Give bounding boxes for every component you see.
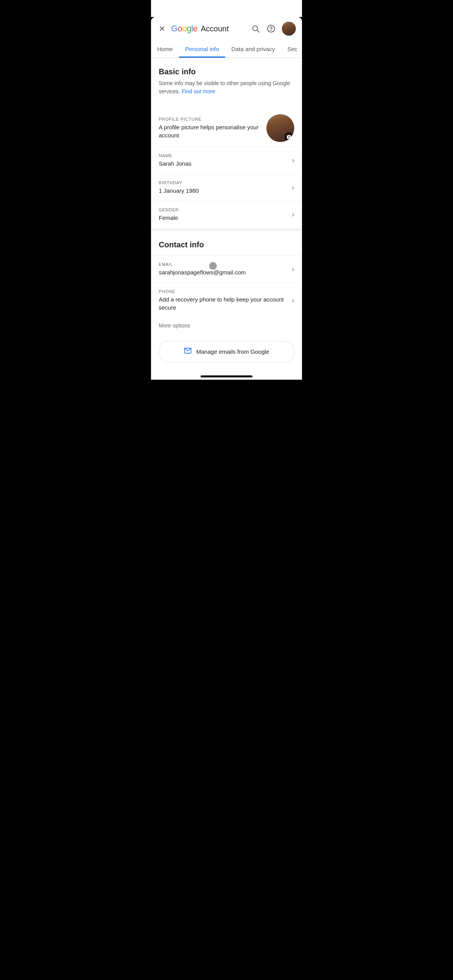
- find-out-more-link[interactable]: Find out more: [182, 88, 215, 94]
- contact-info-title: Contact info: [159, 240, 294, 249]
- profile-avatar-large[interactable]: [266, 114, 294, 142]
- main-content: Basic info Some info may be visible to o…: [151, 58, 302, 372]
- email-chevron-icon: ›: [292, 265, 294, 273]
- name-row[interactable]: NAME Sarah Jonas ›: [151, 147, 302, 174]
- basic-info-title: Basic info: [159, 67, 294, 76]
- name-value: Sarah Jonas: [159, 159, 292, 168]
- phone-info: PHONE Add a recovery phone to help keep …: [159, 289, 292, 312]
- manage-emails-button[interactable]: Manage emails from Google: [159, 341, 294, 362]
- manage-emails-label: Manage emails from Google: [196, 348, 269, 355]
- phone-row[interactable]: PHONE Add a recovery phone to help keep …: [151, 283, 302, 318]
- basic-info-section: Basic info Some info may be visible to o…: [151, 58, 302, 110]
- phone-chevron-icon: ›: [292, 296, 294, 305]
- name-chevron-icon: ›: [292, 156, 294, 164]
- notification-badge: [209, 262, 217, 270]
- help-button[interactable]: [266, 24, 276, 33]
- home-bar: [201, 375, 252, 377]
- birthday-info: BIRTHDAY 1 January 1980: [159, 180, 292, 195]
- close-button[interactable]: ✕: [157, 24, 166, 33]
- google-logo-text: Google: [171, 24, 197, 34]
- profile-picture-desc: A profile picture helps personalise your…: [159, 123, 266, 139]
- phone-desc: Add a recovery phone to help keep your a…: [159, 295, 292, 312]
- search-button[interactable]: [251, 24, 260, 33]
- tab-data-privacy[interactable]: Data and privacy: [225, 40, 281, 58]
- email-info: EMAIL sarahjonaspageflows@gmail.com: [159, 262, 292, 276]
- email-icon: [184, 347, 192, 356]
- account-label: Account: [199, 24, 229, 33]
- gender-chevron-icon: ›: [292, 211, 294, 219]
- birthday-chevron-icon: ›: [292, 183, 294, 192]
- email-label: EMAIL: [159, 262, 292, 267]
- email-row[interactable]: EMAIL sarahjonaspageflows@gmail.com ›: [151, 255, 302, 283]
- profile-picture-row[interactable]: PROFILE PICTURE A profile picture helps …: [151, 110, 302, 147]
- bottom-actions: Manage emails from Google: [151, 336, 302, 372]
- app-header: ✕ Google Account: [151, 17, 302, 40]
- gender-label: GENDER: [159, 207, 292, 212]
- contact-info-section: Contact info: [151, 231, 302, 255]
- name-label: NAME: [159, 153, 292, 158]
- user-avatar[interactable]: [282, 22, 296, 36]
- tab-home[interactable]: Home: [151, 40, 179, 58]
- birthday-label: BIRTHDAY: [159, 180, 292, 185]
- birthday-value: 1 January 1980: [159, 187, 292, 195]
- email-value: sarahjonaspageflows@gmail.com: [159, 268, 292, 276]
- nav-tabs: Home Personal info Data and privacy Sec: [151, 40, 302, 58]
- app-logo: Google Account: [171, 24, 246, 34]
- camera-icon: [284, 132, 293, 141]
- header-actions: [251, 22, 296, 36]
- gender-value: Female: [159, 214, 292, 222]
- profile-picture-label: PROFILE PICTURE: [159, 117, 266, 122]
- name-info: NAME Sarah Jonas: [159, 153, 292, 168]
- basic-info-subtitle: Some info may be visible to other people…: [159, 79, 294, 96]
- birthday-row[interactable]: BIRTHDAY 1 January 1980 ›: [151, 174, 302, 201]
- home-indicator: [151, 372, 302, 380]
- tab-security[interactable]: Sec: [281, 40, 302, 58]
- gender-row[interactable]: GENDER Female ›: [151, 201, 302, 228]
- tab-personal-info[interactable]: Personal info: [179, 40, 225, 58]
- section-divider: [151, 228, 302, 231]
- svg-line-1: [257, 30, 259, 32]
- phone-label: PHONE: [159, 289, 292, 294]
- more-options[interactable]: More options: [151, 318, 302, 336]
- gender-info: GENDER Female: [159, 207, 292, 222]
- profile-picture-info: PROFILE PICTURE A profile picture helps …: [159, 117, 266, 139]
